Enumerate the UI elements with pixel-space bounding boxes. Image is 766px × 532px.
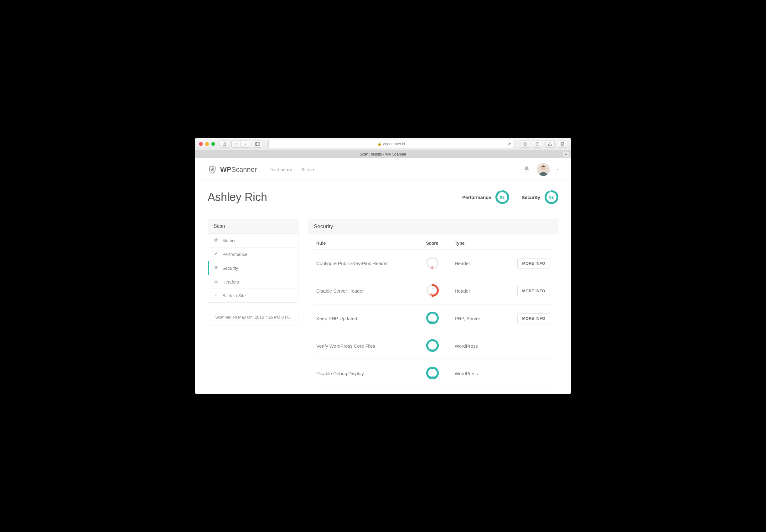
sidebar-item-performance[interactable]: Performance xyxy=(208,248,298,261)
action-cell: MORE INFO xyxy=(510,305,553,332)
brand[interactable]: WPScanner xyxy=(208,165,257,174)
action-cell xyxy=(510,332,553,360)
score-ring: 50 xyxy=(426,292,439,298)
table-row: Keep PHP Updated 98 PHP, Server MORE INF… xyxy=(314,305,553,332)
svg-point-4 xyxy=(525,145,526,145)
type-cell: WordPress xyxy=(452,332,510,360)
home-button[interactable] xyxy=(219,140,229,148)
sidebar-item-security[interactable]: Security xyxy=(208,261,298,275)
nav-dashboard[interactable]: Dashboard xyxy=(269,167,292,172)
security-table: Rule Score Type Configure Public-Key-Pin… xyxy=(314,236,553,387)
forward-button[interactable]: › xyxy=(241,140,250,148)
url-host: wpscanner.io xyxy=(383,142,405,146)
score-cell: 100 xyxy=(424,360,452,387)
score-cell: 0 xyxy=(424,250,452,277)
sidebar-item-label: Performance xyxy=(222,252,247,257)
col-rule: Rule xyxy=(314,236,424,250)
table-row: Disable Debug Display 100 WordPress xyxy=(314,360,553,387)
svg-rect-0 xyxy=(255,142,259,146)
score-ring: 98 xyxy=(426,320,439,325)
action-cell: MORE INFO xyxy=(510,250,553,277)
back-button[interactable]: ‹ xyxy=(231,140,241,148)
svg-rect-8 xyxy=(561,143,563,146)
list-icon xyxy=(213,279,218,284)
score-cell: 98 xyxy=(424,305,452,332)
close-window-button[interactable] xyxy=(199,142,203,146)
content-heading: Security xyxy=(308,219,558,234)
score-ring: 100 xyxy=(426,375,439,380)
primary-nav: Dashboard Sites ▾ xyxy=(269,167,314,172)
pie-icon xyxy=(213,238,218,243)
sidebar: Scan Metrics Performance Security Header… xyxy=(208,219,298,325)
tabs-button[interactable] xyxy=(558,140,567,148)
brand-text: WPScanner xyxy=(220,166,257,174)
type-cell: Header xyxy=(452,277,510,305)
sidebar-item-headers[interactable]: Headers xyxy=(208,275,298,289)
address-bar[interactable]: 🔒 wpscanner.io ⟳ xyxy=(268,140,514,148)
performance-label: Performance xyxy=(462,195,491,200)
col-action xyxy=(510,236,553,250)
chevron-down-icon: ▾ xyxy=(313,168,314,171)
zoom-window-button[interactable] xyxy=(211,142,215,146)
nav-sites[interactable]: Sites ▾ xyxy=(301,167,314,172)
sidebar-heading: Scan xyxy=(208,219,298,234)
user-avatar[interactable] xyxy=(537,163,550,176)
new-tab-button[interactable]: + xyxy=(563,151,569,157)
brand-logo-icon xyxy=(208,165,217,174)
type-cell: WordPress xyxy=(452,360,510,387)
page-header: Ashley Rich Performance 93 Security 92 xyxy=(208,190,558,211)
sidebar-item-label: Security xyxy=(222,266,238,271)
shield-icon xyxy=(213,265,218,271)
security-score: Security 92 xyxy=(522,190,558,204)
rule-cell: Disable Server Header xyxy=(314,277,424,305)
site-name: Ashley Rich xyxy=(208,191,267,204)
minimize-window-button[interactable] xyxy=(205,142,209,146)
reload-button[interactable]: ⟳ xyxy=(508,141,511,146)
sidebar-item-label: Back to Site xyxy=(222,293,246,298)
type-cell: Header xyxy=(452,250,510,277)
action-cell xyxy=(510,360,553,387)
col-type: Type xyxy=(452,236,510,250)
more-info-button[interactable]: MORE INFO xyxy=(517,286,550,296)
sidebar-item-metrics[interactable]: Metrics xyxy=(208,234,298,248)
content: Security Rule Score Type xyxy=(308,219,558,393)
lock-icon: 🔒 xyxy=(377,142,382,146)
scan-timestamp: Scanned on May 6th, 2016 7:26 PM UTC. xyxy=(208,309,298,325)
browser-window: ‹ › 🔒 wpscanner.io ⟳ Scan Resu xyxy=(195,138,571,394)
sidebar-item-label: Metrics xyxy=(222,238,236,243)
tab-title[interactable]: Scan Results - WP Scanner xyxy=(360,152,407,156)
reader-button[interactable] xyxy=(520,140,530,148)
table-row: Disable Server Header 50 Header MORE INF… xyxy=(314,277,553,305)
share-button[interactable] xyxy=(545,140,555,148)
sidebar-item-back-to-site[interactable]: Back to Site xyxy=(208,289,298,302)
type-cell: PHP, Server xyxy=(452,305,510,332)
security-label: Security xyxy=(522,195,540,200)
table-row: Verify WordPress Core Files 100 WordPres… xyxy=(314,332,553,360)
sidebar-item-label: Headers xyxy=(222,279,239,284)
rule-cell: Verify WordPress Core Files xyxy=(314,332,424,360)
svg-point-10 xyxy=(212,169,213,170)
rule-cell: Configure Public-Key-Pins Header xyxy=(314,250,424,277)
sidebar-list: Metrics Performance Security Headers Bac… xyxy=(208,234,298,302)
window-controls xyxy=(199,142,215,146)
score-ring: 0 xyxy=(426,265,439,270)
svg-rect-7 xyxy=(562,142,564,145)
col-score: Score xyxy=(424,236,452,250)
tab-bar: Scan Results - WP Scanner + xyxy=(195,150,571,158)
sidebar-panel: Scan Metrics Performance Security Header… xyxy=(208,219,298,303)
score-cell: 100 xyxy=(424,332,452,360)
rule-cell: Keep PHP Updated xyxy=(314,305,424,332)
table-row: Configure Public-Key-Pins Header 0 Heade… xyxy=(314,250,553,277)
user-menu-caret-icon[interactable]: ▾ xyxy=(557,168,558,171)
more-info-button[interactable]: MORE INFO xyxy=(517,313,550,324)
browser-toolbar: ‹ › 🔒 wpscanner.io ⟳ xyxy=(195,138,571,150)
notifications-button[interactable] xyxy=(524,166,530,173)
rocket-icon xyxy=(213,252,218,257)
downloads-button[interactable] xyxy=(533,140,542,148)
performance-score: Performance 93 xyxy=(462,190,509,204)
security-ring: 92 xyxy=(545,190,558,204)
app-viewport: WPScanner Dashboard Sites ▾ ▾ xyxy=(195,158,571,394)
score-cell: 50 xyxy=(424,277,452,305)
sidebar-toggle-button[interactable] xyxy=(253,140,262,148)
more-info-button[interactable]: MORE INFO xyxy=(517,258,550,269)
